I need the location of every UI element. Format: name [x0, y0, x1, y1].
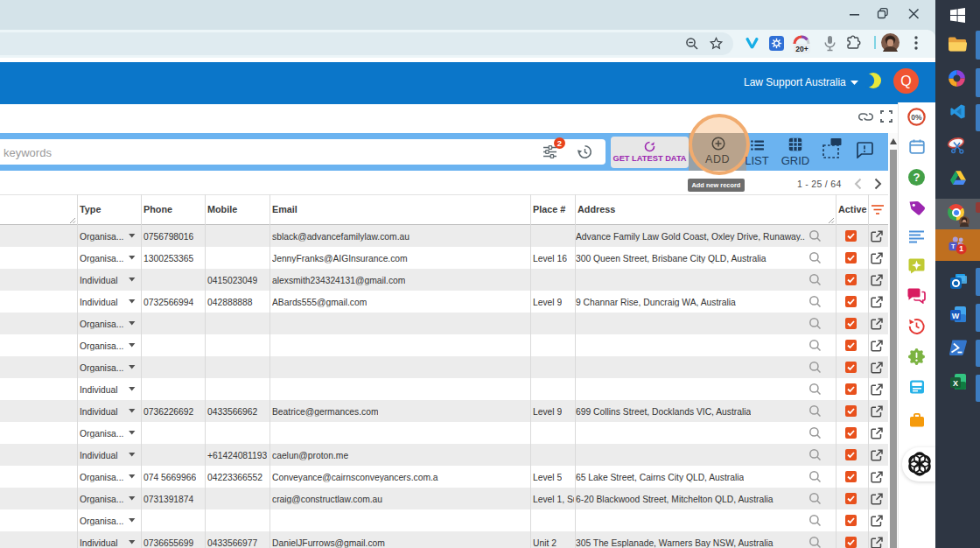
svg-text:1: 1 [959, 244, 963, 253]
svg-text:0%: 0% [911, 113, 922, 122]
svg-text:X: X [953, 379, 958, 388]
svg-text:W: W [952, 312, 960, 320]
svg-text:20+: 20+ [795, 45, 808, 53]
svg-text:T: T [951, 242, 956, 250]
